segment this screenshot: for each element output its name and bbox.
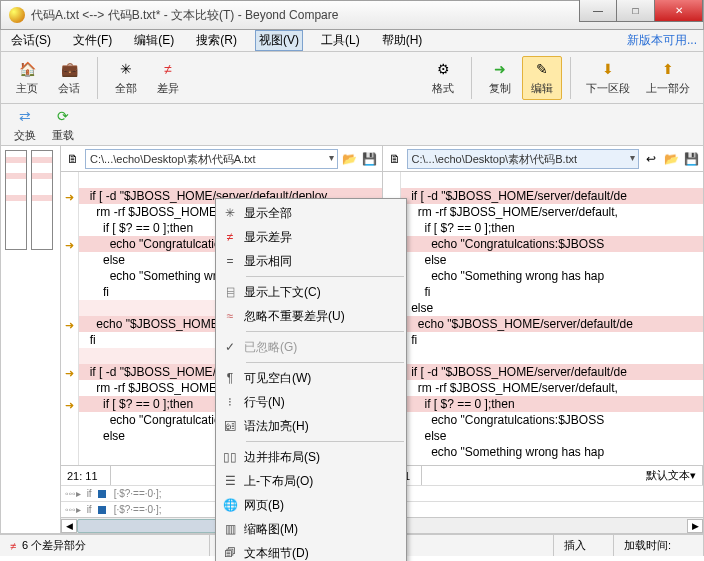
path-input-left[interactable]: C:\...\echo\Desktop\素材\代码A.txt [85, 149, 338, 169]
diff-arrow-icon: ➜ [62, 318, 76, 332]
next-section-button[interactable]: ⬇下一区段 [579, 56, 637, 100]
menubar: 会话(S) 文件(F) 编辑(E) 搜索(R) 视图(V) 工具(L) 帮助(H… [0, 30, 704, 52]
menu-side-by-side[interactable]: ▯▯边并排布局(S) [216, 445, 406, 469]
reload-icon: ⟳ [53, 106, 73, 126]
menu-thumbnail[interactable]: ▥缩略图(M) [216, 517, 406, 541]
minimize-button[interactable]: — [579, 0, 617, 22]
arrow-right-icon: ➜ [490, 59, 510, 79]
code-right[interactable]: if [ -d "$JBOSS_HOME/server/default/de r… [401, 172, 704, 465]
briefcase-icon: 💼 [59, 59, 79, 79]
thumbnail-icon: ▥ [216, 522, 244, 536]
right-pane: if [ -d "$JBOSS_HOME/server/default/de r… [382, 172, 704, 465]
prev-section-button[interactable]: ⬆上一部分 [639, 56, 697, 100]
thumbnail-right[interactable] [31, 150, 53, 250]
separator [97, 57, 98, 99]
diff-button[interactable]: ≠差异 [148, 56, 188, 100]
save-icon[interactable]: 💾 [683, 151, 699, 167]
menu-visible-whitespace[interactable]: ¶可见空白(W) [216, 366, 406, 390]
menu-view[interactable]: 视图(V) [255, 30, 303, 51]
main-area: 🗎 C:\...\echo\Desktop\素材\代码A.txt 📂 💾 🗎 C… [0, 146, 704, 534]
status-insert: 插入 [554, 535, 614, 556]
path-input-right[interactable]: C:\...\echo\Desktop\素材\代码B.txt [407, 149, 640, 169]
menu-file[interactable]: 文件(F) [69, 30, 116, 51]
window-buttons: — □ ✕ [579, 1, 703, 29]
arrow-down-icon: ⬇ [598, 59, 618, 79]
diff-arrow-icon: ➜ [62, 190, 76, 204]
gutter-left: ➜ ➜ ➜ ➜ ➜ [61, 172, 79, 465]
separator [570, 57, 571, 99]
all-button[interactable]: ✳全部 [106, 56, 146, 100]
text-icon: 🗊 [216, 546, 244, 560]
path-cell-left: 🗎 C:\...\echo\Desktop\素材\代码A.txt 📂 💾 [61, 146, 382, 172]
menu-help[interactable]: 帮助(H) [378, 30, 427, 51]
approx-icon: ≈ [216, 309, 244, 323]
edit-button[interactable]: ✎编辑 [522, 56, 562, 100]
save-icon[interactable]: 💾 [362, 151, 378, 167]
reload-button[interactable]: ⟳重载 [45, 105, 81, 145]
view-menu-dropdown: ✳显示全部 ≠显示差异 =显示相同 ⌸显示上下文(C) ≈忽略不重要差异(U) … [215, 198, 407, 561]
menu-session[interactable]: 会话(S) [7, 30, 55, 51]
notequal-icon: ≠ [216, 230, 244, 244]
swap-button[interactable]: ⇄交换 [7, 105, 43, 145]
menu-separator [246, 276, 404, 277]
menu-tools[interactable]: 工具(L) [317, 30, 364, 51]
menu-over-under[interactable]: ☰上-下布局(O) [216, 469, 406, 493]
globe-icon: 🌐 [216, 498, 244, 512]
doc-icon: 🗎 [65, 151, 81, 167]
copy-button[interactable]: ➜复制 [480, 56, 520, 100]
menu-line-numbers[interactable]: ⁝行号(N) [216, 390, 406, 414]
gear-icon: ⚙ [433, 59, 453, 79]
pencil-icon: ✎ [532, 59, 552, 79]
path-row: 🗎 C:\...\echo\Desktop\素材\代码A.txt 📂 💾 🗎 C… [61, 146, 703, 172]
menu-show-context[interactable]: ⌸显示上下文(C) [216, 280, 406, 304]
scroll-right-icon[interactable]: ▶ [687, 519, 703, 533]
maximize-button[interactable]: □ [617, 0, 655, 22]
right-encoding[interactable]: 默认文本 ▾ [422, 466, 703, 485]
home-button[interactable]: 🏠主页 [7, 56, 47, 100]
menu-separator [246, 441, 404, 442]
pilcrow-icon: ¶ [216, 371, 244, 385]
menu-show-diff[interactable]: ≠显示差异 [216, 225, 406, 249]
thumbnail-column [1, 146, 61, 533]
arrow-up-icon: ⬆ [658, 59, 678, 79]
diff-arrow-icon: ➜ [62, 366, 76, 380]
left-cursor-pos: 21: 11 [61, 466, 111, 485]
separator [471, 57, 472, 99]
menu-search[interactable]: 搜索(R) [192, 30, 241, 51]
scroll-left-icon[interactable]: ◀ [61, 519, 77, 533]
session-button[interactable]: 💼会话 [49, 56, 89, 100]
toolbar-main: 🏠主页 💼会话 ✳全部 ≠差异 ⚙格式 ➜复制 ✎编辑 ⬇下一区段 ⬆上一部分 [0, 52, 704, 104]
update-link[interactable]: 新版本可用... [627, 32, 697, 49]
browse-icon[interactable]: 📂 [342, 151, 358, 167]
menu-webpage[interactable]: 🌐网页(B) [216, 493, 406, 517]
notequal-icon: ≠ [158, 59, 178, 79]
check-icon: ✓ [216, 340, 244, 354]
menu-text-detail[interactable]: 🗊文本细节(D) [216, 541, 406, 561]
menu-separator [246, 331, 404, 332]
columns-icon: ▯▯ [216, 450, 244, 464]
equal-icon: = [216, 254, 244, 268]
status-diffcount: ≠6 个差异部分 [0, 535, 210, 556]
thumbnail-left[interactable] [5, 150, 27, 250]
status-loadtime: 加载时间: [614, 535, 704, 556]
menu-syntax-highlight[interactable]: 🗟语法加亮(H) [216, 414, 406, 438]
swap-icon: ⇄ [15, 106, 35, 126]
format-button[interactable]: ⚙格式 [423, 56, 463, 100]
window-title: 代码A.txt <--> 代码B.txt* - 文本比较(T) - Beyond… [31, 7, 338, 24]
menu-ignored: ✓已忽略(G) [216, 335, 406, 359]
titlebar: 代码A.txt <--> 代码B.txt* - 文本比较(T) - Beyond… [0, 0, 704, 30]
notequal-icon: ≠ [10, 540, 16, 552]
star-icon: ✳ [216, 206, 244, 220]
rows-icon: ☰ [216, 474, 244, 488]
app-icon [9, 7, 25, 23]
doc-icon: 🗎 [387, 151, 403, 167]
browse-icon[interactable]: 📂 [663, 151, 679, 167]
menu-edit[interactable]: 编辑(E) [130, 30, 178, 51]
menu-show-same[interactable]: =显示相同 [216, 249, 406, 273]
history-icon[interactable]: ↩ [643, 151, 659, 167]
home-icon: 🏠 [17, 59, 37, 79]
close-button[interactable]: ✕ [655, 0, 703, 22]
menu-show-all[interactable]: ✳显示全部 [216, 201, 406, 225]
menu-ignore-unimportant[interactable]: ≈忽略不重要差异(U) [216, 304, 406, 328]
hash-icon: ⁝ [216, 395, 244, 409]
